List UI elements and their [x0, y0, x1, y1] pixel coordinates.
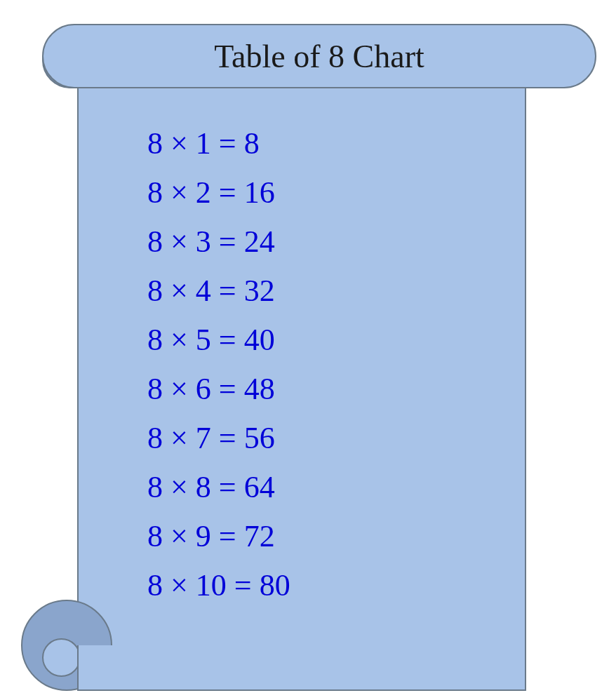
- table-row: 8 × 8 = 64: [147, 463, 290, 512]
- scroll-body: [77, 39, 526, 663]
- table-row: 8 × 3 = 24: [147, 217, 290, 267]
- table-row: 8 × 9 = 72: [147, 512, 290, 561]
- table-row: 8 × 10 = 80: [147, 561, 290, 610]
- scroll-graphic: Table of 8 Chart 8 × 1 = 8 8 × 2 = 16 8 …: [21, 7, 589, 691]
- bottom-scroll-edge: [77, 645, 526, 691]
- bottom-curl: [21, 624, 589, 691]
- table-row: 8 × 7 = 56: [147, 414, 290, 463]
- table-row: 8 × 2 = 16: [147, 168, 290, 217]
- table-row: 8 × 5 = 40: [147, 316, 290, 365]
- table-row: 8 × 6 = 48: [147, 365, 290, 414]
- multiplication-table: 8 × 1 = 8 8 × 2 = 16 8 × 3 = 24 8 × 4 = …: [147, 119, 290, 610]
- table-row: 8 × 1 = 8: [147, 119, 290, 168]
- title-banner: Table of 8 Chart: [42, 24, 596, 88]
- table-row: 8 × 4 = 32: [147, 267, 290, 316]
- bottom-curl-inner: [42, 638, 81, 677]
- chart-title: Table of 8 Chart: [214, 38, 424, 75]
